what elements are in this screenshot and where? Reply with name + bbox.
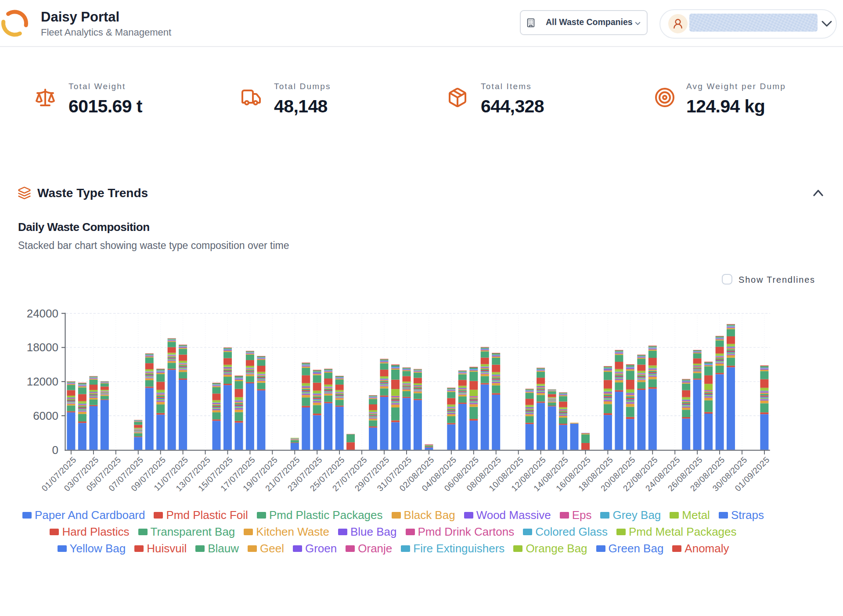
svg-text:24000: 24000 (27, 307, 58, 320)
svg-text:12000: 12000 (27, 375, 58, 388)
svg-text:0: 0 (52, 443, 58, 457)
svg-text:6000: 6000 (33, 409, 58, 422)
svg-text:18000: 18000 (27, 341, 58, 354)
